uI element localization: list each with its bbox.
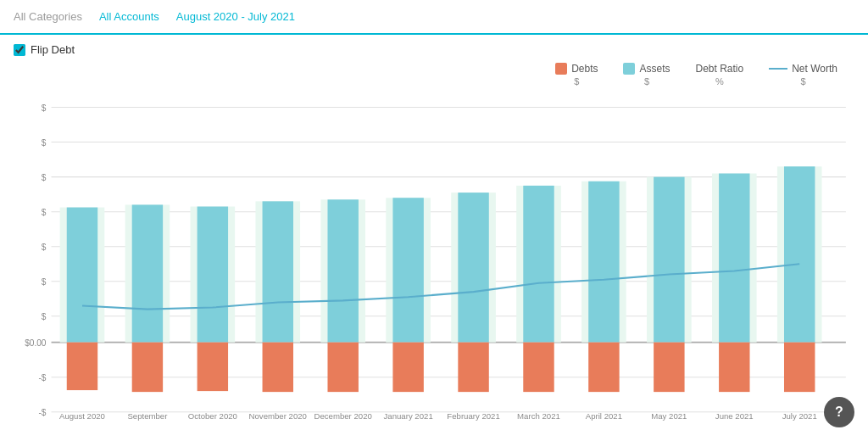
asset-bar-teal-5 [392, 198, 423, 342]
debt-bar-9 [654, 343, 684, 393]
asset-bar-teal-2 [198, 207, 228, 343]
legend-debt-ratio: Debt Ratio % [696, 63, 744, 87]
assets-label: Assets [639, 63, 670, 75]
svg-text:June 2021: June 2021 [715, 411, 754, 421]
asset-bar-teal-3 [263, 201, 293, 342]
svg-text:$: $ [42, 312, 47, 321]
debts-swatch [555, 63, 567, 75]
debt-bar-2 [198, 343, 228, 391]
date-range-tab[interactable]: August 2020 - July 2021 [176, 7, 295, 26]
assets-sub: $ [644, 76, 649, 87]
debt-bar-10 [719, 343, 749, 393]
debt-bar-7 [523, 343, 554, 393]
svg-text:April 2021: April 2021 [586, 411, 622, 421]
svg-text:September: September [127, 411, 168, 421]
all-categories-tab[interactable]: All Categories [14, 7, 82, 26]
main-content: Flip Debt Debts $ Assets $ Debt Ratio % … [0, 35, 868, 421]
svg-text:$: $ [42, 208, 47, 217]
bar-chart: $ $ $ $ $ $ $ $0.00 -$ -$ [14, 90, 854, 421]
debt-bar-5 [392, 343, 423, 393]
assets-swatch [623, 63, 635, 75]
net-worth-label: Net Worth [792, 63, 837, 75]
svg-text:December 2020: December 2020 [314, 411, 372, 421]
svg-text:$: $ [42, 138, 47, 148]
asset-bar-teal-10 [719, 174, 749, 343]
asset-bar-teal-4 [327, 199, 358, 342]
chart-area: $ $ $ $ $ $ $ $0.00 -$ -$ [14, 90, 854, 421]
debt-bar-11 [784, 343, 815, 393]
legend-row: Debts $ Assets $ Debt Ratio % Net Worth … [14, 63, 854, 87]
help-button[interactable]: ? [824, 397, 854, 421]
net-worth-line [82, 264, 799, 309]
debt-bar-6 [458, 343, 488, 393]
legend-net-worth: Net Worth $ [769, 63, 837, 87]
debt-bar-8 [588, 343, 619, 393]
svg-text:July 2021: July 2021 [782, 411, 817, 421]
debt-bar-0 [67, 343, 97, 390]
svg-text:$0.00: $0.00 [25, 338, 47, 348]
svg-text:May 2021: May 2021 [651, 411, 687, 421]
asset-bar-teal-8 [588, 181, 619, 343]
svg-text:$: $ [42, 243, 47, 252]
svg-text:February 2021: February 2021 [447, 411, 499, 421]
svg-text:-$: -$ [38, 373, 46, 382]
debts-label: Debts [571, 63, 598, 75]
debt-bar-4 [327, 343, 358, 393]
svg-text:August 2020: August 2020 [59, 411, 105, 421]
asset-bar-teal-7 [523, 186, 554, 343]
svg-text:$: $ [42, 173, 47, 182]
net-worth-sub: $ [801, 76, 806, 87]
flip-debt-row: Flip Debt [14, 43, 854, 56]
net-worth-line-icon [769, 68, 787, 70]
legend-debts: Debts $ [555, 63, 598, 87]
svg-text:$: $ [42, 103, 47, 113]
legend-assets: Assets $ [623, 63, 670, 87]
asset-bar-teal-9 [654, 177, 684, 343]
asset-bar-teal-1 [132, 204, 163, 342]
svg-text:October 2020: October 2020 [188, 411, 237, 421]
svg-text:-$: -$ [38, 408, 46, 417]
asset-bar-teal-11 [784, 166, 815, 342]
flip-debt-label: Flip Debt [31, 43, 75, 56]
asset-bar-teal-6 [458, 193, 488, 343]
debt-bar-1 [132, 343, 163, 393]
svg-text:$: $ [42, 277, 47, 287]
svg-text:March 2021: March 2021 [517, 411, 560, 421]
svg-text:November 2020: November 2020 [249, 411, 307, 421]
svg-text:January 2021: January 2021 [384, 411, 433, 421]
all-accounts-tab[interactable]: All Accounts [99, 7, 159, 26]
debt-ratio-sub: % [715, 76, 724, 87]
debt-bar-3 [263, 343, 293, 393]
asset-bar-teal-0 [67, 208, 97, 343]
top-bar: All Categories All Accounts August 2020 … [0, 0, 868, 35]
flip-debt-checkbox[interactable] [14, 44, 25, 56]
debts-sub: $ [574, 76, 579, 87]
debt-ratio-label: Debt Ratio [696, 63, 744, 75]
